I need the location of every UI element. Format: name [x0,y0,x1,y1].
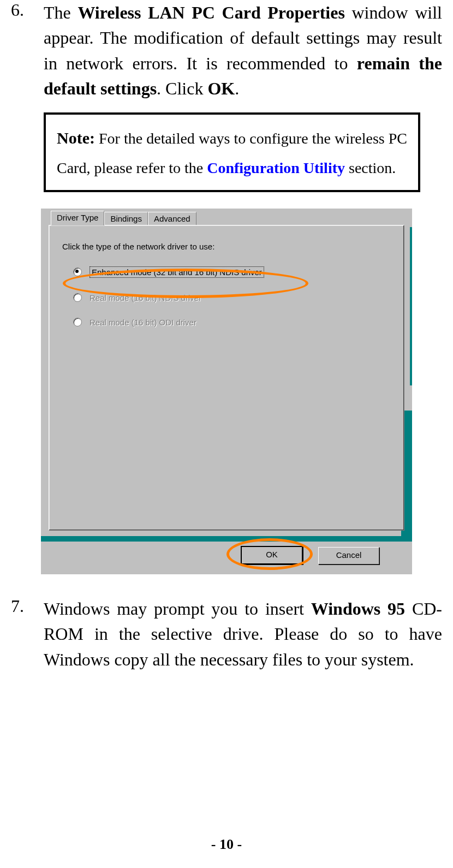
radio-icon [73,293,82,302]
text: Windows may prompt you to insert [44,599,311,619]
bold-text: Wireless LAN PC Card Properties [78,3,345,22]
step-text: The Wireless LAN PC Card Properties wind… [44,0,442,102]
config-utility-link: Configuration Utility [207,159,345,176]
text: . [235,79,239,98]
properties-dialog-screenshot: Driver Type Bindings Advanced Click the … [41,209,412,574]
note-box: Note: For the detailed ways to configure… [44,112,420,192]
step-6: 6. The Wireless LAN PC Card Properties w… [11,0,442,102]
step-number: 7. [11,596,44,672]
instruction-text: Click the type of the network driver to … [62,242,391,251]
note-label: Note: [57,129,95,147]
radio-enhanced-mode[interactable]: Enhanced mode (32 bit and 16 bit) NDIS d… [73,266,391,278]
page-number: - 10 - [0,836,453,853]
radio-label: Real mode (16 bit) ODI driver [90,318,196,327]
radio-icon [73,318,82,326]
desktop-background-strip [41,536,412,542]
radio-label: Real mode (16 bit) NDIS driver [90,293,201,302]
tab-driver-type[interactable]: Driver Type [51,211,104,225]
tab-panel: Click the type of the network driver to … [49,225,404,531]
tab-advanced[interactable]: Advanced [148,212,196,227]
radio-label: Enhanced mode (32 bit and 16 bit) NDIS d… [90,266,264,278]
text: The [44,3,78,22]
desktop-background-strip [410,227,412,385]
step-number: 6. [11,0,44,102]
radio-real-mode-odi[interactable]: Real mode (16 bit) ODI driver [73,318,391,327]
bold-text: Windows 95 [311,599,405,619]
radio-real-mode-ndis[interactable]: Real mode (16 bit) NDIS driver [73,293,391,302]
properties-dialog: Driver Type Bindings Advanced Click the … [41,209,412,574]
radio-icon [73,267,82,276]
note-text: section. [345,159,396,176]
bold-text: OK [207,79,235,98]
tab-bindings[interactable]: Bindings [104,212,148,227]
step-7: 7. Windows may prompt you to insert Wind… [11,596,442,672]
tab-bar: Driver Type Bindings Advanced [51,212,196,227]
ok-button[interactable]: OK [241,546,303,564]
cancel-button[interactable]: Cancel [318,547,379,564]
text: . Click [157,79,207,98]
step-text: Windows may prompt you to insert Windows… [44,596,442,672]
